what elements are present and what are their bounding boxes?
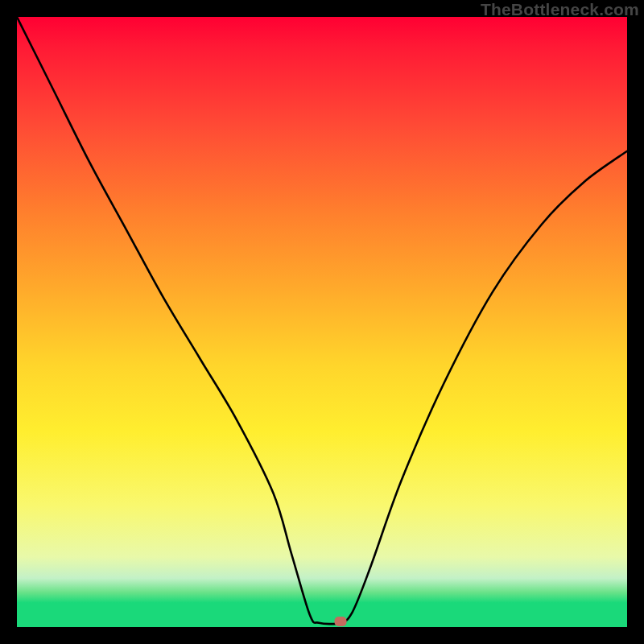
bottleneck-curve	[17, 17, 627, 627]
chart-frame: TheBottleneck.com	[0, 0, 644, 644]
optimal-point-marker	[334, 617, 346, 626]
plot-area	[17, 17, 627, 627]
watermark-text: TheBottleneck.com	[481, 0, 639, 19]
